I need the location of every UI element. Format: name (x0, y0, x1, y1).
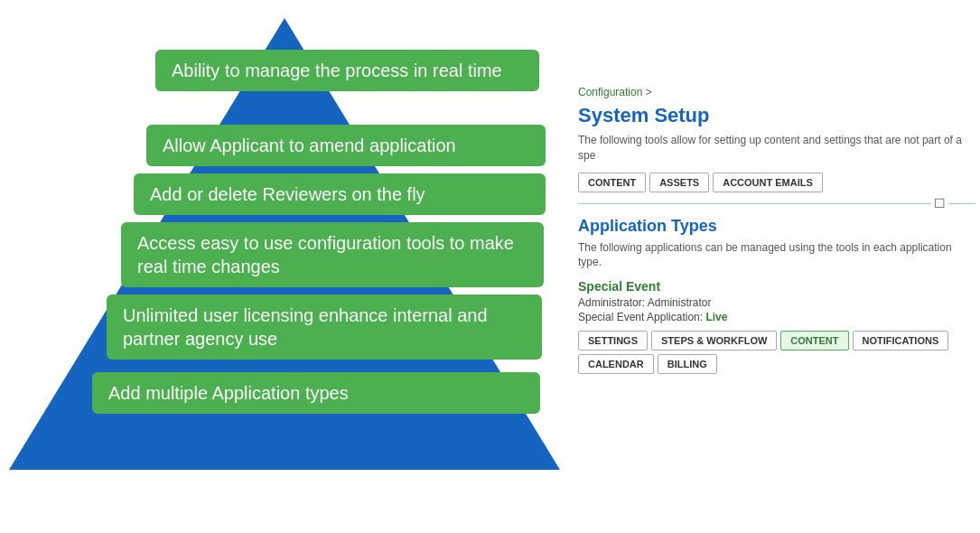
tab-account-emails[interactable]: ACCOUNT EMAILS (713, 173, 823, 192)
special-event-title: Special Event (578, 279, 975, 294)
action-buttons: SETTINGS STEPS & WORKFLOW CONTENT NOTIFI… (578, 331, 975, 374)
app-types-desc: The following applications can be manage… (578, 240, 975, 271)
steps-workflow-button[interactable]: STEPS & WORKFLOW (651, 331, 777, 351)
right-panel: Configuration > System Setup The followi… (578, 86, 975, 374)
notifications-button[interactable]: NOTIFICATIONS (853, 331, 949, 351)
breadcrumb-separator: > (646, 86, 652, 98)
calendar-button[interactable]: CALENDAR (578, 354, 654, 374)
status-badge: Live (705, 311, 727, 323)
pyramid-section: Ability to manage the process in real ti… (0, 0, 569, 533)
tab-assets[interactable]: ASSETS (649, 173, 709, 192)
feature-manage-process: Ability to manage the process in real ti… (155, 50, 539, 91)
app-status-info: Special Event Application: Live (578, 311, 975, 323)
feature-amend-application: Allow Applicant to amend application (146, 125, 546, 166)
feature-unlimited-licensing: Unlimited user licensing enhance interna… (107, 295, 542, 360)
admin-info: Administrator: Administrator (578, 296, 975, 309)
feature-multiple-app-types: Add multiple Application types (92, 372, 540, 414)
pyramid-container: Ability to manage the process in real ti… (0, 9, 569, 479)
tab-content[interactable]: CONTENT (578, 173, 646, 192)
feature-labels: Ability to manage the process in real ti… (0, 9, 569, 479)
page-description: The following tools allow for setting up… (578, 133, 975, 164)
settings-button[interactable]: SETTINGS (578, 331, 648, 351)
feature-config-tools: Access easy to use configuration tools t… (121, 222, 544, 287)
app-label: Special Event Application: (578, 311, 703, 323)
content-button[interactable]: CONTENT (780, 331, 848, 351)
breadcrumb-link[interactable]: Configuration (578, 86, 642, 98)
admin-label: Administrator: (578, 296, 645, 309)
divider-icon: ☐ (931, 196, 948, 210)
divider-line (578, 203, 975, 204)
page-title: System Setup (578, 104, 975, 127)
billing-button[interactable]: BILLING (658, 354, 717, 374)
breadcrumb: Configuration > (578, 86, 975, 98)
feature-add-delete-reviewers: Add or delete Reviewers on the fly (134, 173, 546, 215)
app-types-title: Application Types (578, 217, 975, 236)
admin-value: Administrator (648, 296, 712, 309)
tab-bar: CONTENT ASSETS ACCOUNT EMAILS (578, 173, 975, 192)
